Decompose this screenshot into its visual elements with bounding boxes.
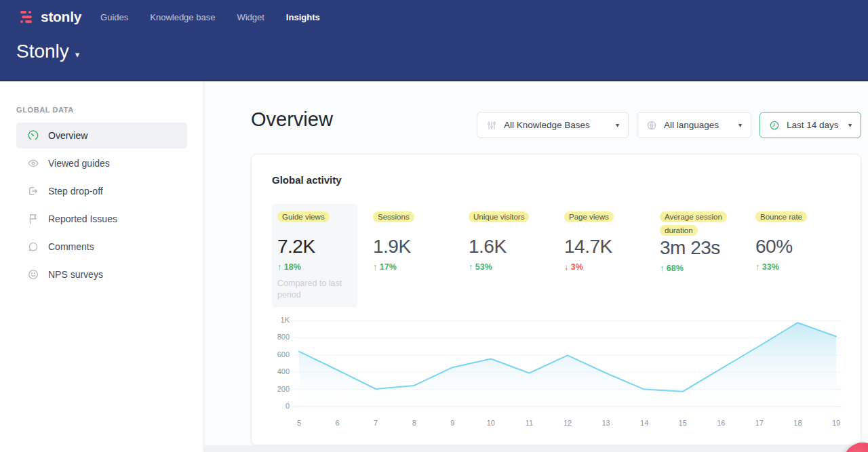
sidebar-section-label: GLOBAL DATA (16, 106, 203, 114)
trend-arrow-icon: ↑ (469, 262, 473, 272)
sidebar-item-overview[interactable]: Overview (16, 123, 187, 148)
knowledge-bases-dropdown-label: All Knowledge Bases (504, 120, 606, 130)
metric-value: 60% (755, 236, 830, 258)
nav-item-widget[interactable]: Widget (237, 12, 264, 22)
activity-chart[interactable]: 02004006008001K5678910111213141516171819 (272, 314, 846, 436)
metric-label: Unique visitors (469, 211, 529, 222)
metric-card-unique-visitors[interactable]: Unique visitors 1.6K ↑ 53% (463, 204, 549, 307)
chart-y-tick-label: 0 (272, 402, 290, 411)
trend-arrow-icon: ↑ (373, 262, 377, 272)
nav-item-knowledge-base[interactable]: Knowledge base (150, 12, 215, 22)
chart-x-tick-label: 14 (632, 419, 656, 427)
date-range-dropdown-label: Last 14 days (787, 120, 839, 130)
chevron-down-icon: ▾ (75, 49, 80, 60)
metric-value: 14.7K (564, 236, 639, 258)
chart-x-tick-label: 15 (671, 419, 695, 427)
sidebar: GLOBAL DATA Overview Viewed guides Step … (0, 81, 203, 452)
top-navigation: GuidesKnowledge baseWidgetInsights (100, 12, 320, 22)
metric-change: ↑ 53% (469, 262, 543, 272)
knowledge-bases-dropdown[interactable]: All Knowledge Bases ▾ (477, 112, 629, 138)
eye-icon (27, 157, 39, 169)
chart-y-tick-label: 1K (272, 316, 290, 325)
sidebar-item-comments[interactable]: Comments (16, 234, 187, 260)
chevron-down-icon: ▾ (616, 121, 619, 129)
globe-icon (646, 120, 657, 131)
chart-x-tick-label: 6 (326, 419, 350, 427)
gauge-icon (27, 129, 39, 142)
trend-arrow-icon: ↑ (660, 264, 664, 273)
metric-change: ↑ 68% (660, 264, 734, 273)
sidebar-item-viewed-guides[interactable]: Viewed guides (16, 150, 187, 176)
next-section-edge (204, 445, 868, 452)
flag-icon (27, 213, 39, 225)
metric-label: Guide views (277, 211, 330, 222)
metric-label: Page views (564, 211, 614, 222)
stonly-logo-icon (20, 11, 35, 24)
metric-value: 7.2K (277, 236, 352, 258)
sidebar-item-step-drop-off[interactable]: Step drop-off (16, 178, 187, 204)
step-out-icon (27, 185, 39, 197)
chart-x-tick-label: 5 (287, 419, 311, 427)
chart-plot-area[interactable] (294, 318, 842, 410)
page-title: Overview (251, 108, 333, 131)
metric-card-page-views[interactable]: Page views 14.7K ↓ 3% (559, 204, 644, 307)
metrics-row: Guide views 7.2K ↑ 18% Compared to last … (272, 204, 846, 307)
filter-bar: All Knowledge Bases ▾ All languages ▾ La… (477, 112, 861, 138)
app-root: stonly GuidesKnowledge baseWidgetInsight… (0, 0, 868, 452)
chart-area-fill (299, 323, 836, 407)
clock-icon (769, 120, 780, 131)
chart-y-tick-label: 600 (272, 350, 290, 359)
smiley-icon (27, 268, 39, 281)
chart-y-tick-label: 400 (272, 367, 290, 376)
metric-label: Sessions (373, 211, 414, 222)
metric-note: Compared to last period (277, 278, 352, 301)
metric-label: Average session duration (660, 211, 727, 236)
chart-x-tick-label: 17 (747, 419, 772, 427)
metric-value: 1.6K (469, 236, 543, 258)
workspace-switcher[interactable]: Stonly ▾ (0, 41, 868, 62)
navbar-menu-row: stonly GuidesKnowledge baseWidgetInsight… (0, 0, 868, 30)
chart-x-tick-label: 11 (517, 419, 541, 427)
trend-arrow-icon: ↓ (564, 262, 568, 272)
metric-change: ↓ 3% (564, 262, 639, 272)
chart-x-tick-label: 12 (555, 419, 580, 427)
date-range-dropdown[interactable]: Last 14 days ▾ (760, 112, 861, 138)
comment-icon (27, 241, 39, 253)
metric-card-bounce-rate[interactable]: Bounce rate 60% ↑ 33% (750, 204, 835, 307)
metric-change: ↑ 33% (755, 262, 830, 272)
metric-card-guide-views[interactable]: Guide views 7.2K ↑ 18% Compared to last … (272, 204, 357, 307)
languages-dropdown[interactable]: All languages ▾ (637, 112, 751, 138)
metric-value: 1.9K (373, 236, 448, 258)
metric-change: ↑ 18% (277, 262, 352, 272)
chart-x-tick-label: 9 (440, 419, 465, 427)
nav-item-guides[interactable]: Guides (100, 12, 128, 22)
metric-label: Bounce rate (755, 211, 807, 222)
card-title: Global activity (272, 174, 342, 186)
global-activity-card: Global activity Guide views 7.2K ↑ 18% C… (251, 154, 861, 445)
languages-dropdown-label: All languages (664, 120, 729, 130)
trend-arrow-icon: ↑ (277, 262, 281, 272)
chevron-down-icon: ▾ (848, 121, 852, 129)
chart-x-tick-label: 7 (363, 419, 388, 427)
metric-value: 3m 23s (660, 237, 734, 259)
sidebar-item-reported-issues[interactable]: Reported Issues (16, 206, 187, 232)
chart-x-tick-label: 13 (594, 419, 618, 427)
chart-y-tick-label: 800 (272, 333, 290, 342)
sidebar-item-nps-surveys[interactable]: NPS surveys (16, 262, 187, 287)
metric-card-sessions[interactable]: Sessions 1.9K ↑ 17% (368, 204, 453, 307)
chart-x-tick-label: 10 (479, 419, 503, 427)
metric-change: ↑ 17% (373, 262, 448, 272)
main-content: Overview All Knowledge Bases ▾ All langu… (204, 81, 868, 452)
chart-y-tick-label: 200 (272, 385, 290, 394)
metric-card-average-session-duration[interactable]: Average session duration 3m 23s ↑ 68% (654, 204, 740, 307)
chart-x-tick-label: 16 (709, 419, 733, 427)
chart-x-tick-label: 19 (824, 419, 848, 427)
chart-x-tick-label: 8 (402, 419, 427, 427)
trend-arrow-icon: ↑ (755, 262, 760, 272)
sliders-icon (486, 120, 497, 131)
stonly-logo[interactable]: stonly (20, 9, 81, 25)
nav-item-insights[interactable]: Insights (286, 12, 320, 22)
sidebar-items: Overview Viewed guides Step drop-off Rep… (0, 123, 203, 287)
logo-text: stonly (41, 9, 81, 25)
chart-x-tick-label: 18 (785, 419, 810, 427)
